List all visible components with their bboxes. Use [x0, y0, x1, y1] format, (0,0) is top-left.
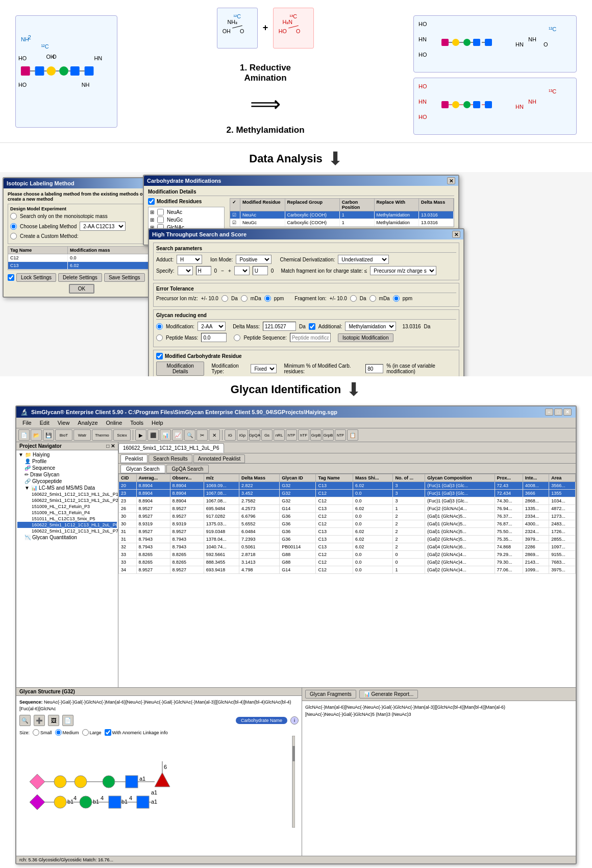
nav-p2[interactable]: 160622_5mix1_1C12_1C13_HL1_2uL_P2 — [17, 497, 117, 503]
nav-lcms[interactable]: ▼ 📊 LC-MS and MS/MS Data — [17, 485, 117, 491]
carb-mod-close-btn[interactable]: ✕ — [447, 177, 455, 184]
delete-settings-btn[interactable]: Delete Settings — [58, 273, 102, 282]
tb-btn5[interactable]: 🔍 — [184, 429, 195, 441]
size-small-radio[interactable] — [33, 729, 39, 736]
table-row[interactable]: 318.95278.9527919.03486.0484G36C136.022(… — [119, 528, 576, 536]
tab-glycan-search[interactable]: Glycan Search — [120, 465, 165, 473]
tb-ntp[interactable]: NTP — [335, 429, 346, 441]
th-cid[interactable]: CID — [119, 474, 137, 482]
ion-mode-select[interactable]: Positive — [236, 255, 272, 264]
maximize-btn[interactable]: □ — [554, 408, 562, 416]
nav-sequence[interactable]: 🧬 Sequence — [17, 465, 117, 471]
th-prox[interactable]: Prox... — [495, 474, 523, 482]
carb-name-btn[interactable]: Carbohydrate Name — [236, 717, 287, 724]
peptide-mass-radio[interactable] — [156, 334, 163, 341]
modified-residues-checkbox[interactable] — [148, 198, 155, 205]
specify-h-input[interactable] — [196, 266, 211, 275]
th-tag-name[interactable]: Tag Name — [316, 474, 353, 482]
frag-mda-radio[interactable] — [369, 295, 376, 302]
close-btn[interactable]: ✕ — [563, 408, 572, 416]
table-row[interactable]: 238.89048.89041067.08...3.452G32C120.03(… — [119, 490, 576, 497]
tb-close[interactable]: ✕ — [209, 429, 220, 441]
tab-peaklist[interactable]: Peaklist — [120, 454, 147, 463]
save-settings-btn[interactable]: Save Settings — [104, 273, 145, 282]
tb-btn4[interactable]: 📈 — [172, 429, 183, 441]
tb-btn2[interactable]: ⬛ — [147, 429, 159, 441]
mod-carb-checkbox[interactable] — [156, 353, 163, 359]
radio-monoisotopic[interactable] — [10, 213, 17, 220]
prec-ppm-radio[interactable] — [264, 295, 271, 302]
size-medium-radio[interactable] — [55, 729, 62, 736]
neugc-checkbox[interactable] — [157, 216, 164, 223]
isotope-mod-btn[interactable]: Isotopic Modification — [338, 333, 393, 342]
table-row[interactable]: 208.89048.89041069.09...2.822G32C136.023… — [119, 482, 576, 490]
isotope-ok-btn[interactable]: OK — [69, 284, 94, 294]
chem-der-select[interactable]: Underivatized — [338, 255, 389, 264]
size-large-radio[interactable] — [82, 729, 89, 736]
modification-radio[interactable] — [156, 323, 163, 330]
tb-more4[interactable]: hTF — [298, 429, 309, 441]
nav-p4[interactable]: 151009_HL_C13_Fetuin_P4 — [17, 510, 117, 516]
menu-edit[interactable]: Edit — [37, 419, 53, 427]
tb-new[interactable]: 📄 — [18, 429, 30, 441]
nav-draw-glycan[interactable]: ✏ Draw Glycan — [17, 471, 117, 478]
peptide-mass-input[interactable] — [201, 333, 227, 342]
tb-open[interactable]: 📂 — [31, 429, 42, 441]
tab-gpqa-search[interactable]: GpQA Search — [166, 465, 209, 473]
image-icon-btn[interactable]: 🖼 — [48, 715, 59, 726]
th-no-of[interactable]: No. of ... — [393, 474, 425, 482]
additional-checkbox[interactable] — [309, 323, 315, 330]
nav-profile[interactable]: 👤 Profile — [17, 458, 117, 465]
tb-thermo[interactable]: Thermo — [92, 429, 112, 441]
mod-type-select[interactable]: Fixed — [251, 364, 277, 373]
mod-details-btn[interactable]: Modification Details — [156, 361, 204, 376]
generate-report-btn[interactable]: 📊 Generate Report... — [359, 690, 418, 698]
size-small-option[interactable]: Small — [33, 729, 52, 736]
info-icon[interactable]: i — [290, 716, 299, 725]
th-mz[interactable]: m/z — [204, 474, 239, 482]
th-composition[interactable]: Glycan Composition — [425, 474, 495, 482]
tb-gpqa[interactable]: GpQA — [249, 429, 260, 441]
match-select[interactable]: Precursor m/z charge state — [370, 266, 436, 275]
tb-biotools2[interactable]: Watr — [73, 429, 91, 441]
frag-ppm-radio[interactable] — [393, 295, 400, 302]
table-row[interactable]: 348.95278.9527693.94184.798G14C120.01(Ga… — [119, 566, 576, 574]
table-row[interactable]: 338.82658.8265888.34553.1413G88C120.00(G… — [119, 559, 576, 566]
menu-tools[interactable]: Tools — [127, 419, 146, 427]
th-avg[interactable]: Averag... — [136, 474, 170, 482]
table-row[interactable]: 308.95278.9527917.02826.6796G36C120.02(G… — [119, 513, 576, 520]
frag-da-radio[interactable] — [350, 295, 357, 302]
tb-iGp[interactable]: iGp — [237, 429, 248, 441]
tb-save[interactable]: 💾 — [43, 429, 54, 441]
radio-custom[interactable] — [10, 233, 17, 239]
tb-btn1[interactable]: ▶ — [135, 429, 146, 441]
radio-choose-method[interactable] — [10, 223, 17, 230]
prec-mda-radio[interactable] — [241, 295, 248, 302]
tb-sciex[interactable]: Sciex — [113, 429, 131, 441]
table-row[interactable]: 268.95278.9527695.94844.2573G14C136.021(… — [119, 505, 576, 513]
tab-annotated-peaklist[interactable]: Annotated Peaklist — [193, 454, 245, 463]
labeling-method-select[interactable]: 2-AA C12C13 — [80, 222, 126, 231]
tb-grpb[interactable]: GrpB — [310, 429, 322, 441]
tb-report[interactable]: 📋 — [347, 429, 358, 441]
add-icon-btn[interactable]: ➕ — [34, 715, 45, 726]
prec-da-radio[interactable] — [221, 295, 228, 302]
table-row[interactable]: 338.82658.8265592.56612.8718G88C120.00(G… — [119, 551, 576, 559]
minimize-btn[interactable]: − — [545, 408, 553, 416]
mod-select[interactable]: 2-AA — [198, 322, 226, 331]
tb-biotools1[interactable]: BioT — [55, 429, 72, 441]
tb-btn6[interactable]: ✂ — [196, 429, 208, 441]
tb-more1[interactable]: Gs — [261, 429, 273, 441]
glycan-fragments-btn[interactable]: Glycan Fragments — [305, 690, 356, 698]
anomeric-option[interactable]: With Anomeric Linkage info — [105, 729, 168, 736]
nav-haiying[interactable]: ▼ 📁 Haiying — [17, 451, 117, 458]
min-pct-input[interactable] — [365, 364, 383, 373]
nav-p6[interactable]: 160622_5mix1_1C12_1C13_HL1_2uL_P6 — [17, 522, 117, 528]
table-row[interactable]: 318.79438.79431378.04...7.2393G36C136.02… — [119, 536, 576, 543]
tb-more3[interactable]: hTP — [286, 429, 297, 441]
tb-btn3[interactable]: 📊 — [160, 429, 171, 441]
neuac-checkbox[interactable] — [157, 209, 164, 215]
size-large-option[interactable]: Large — [82, 729, 102, 736]
menu-analyze[interactable]: Analyze — [75, 419, 101, 427]
table-row[interactable]: 238.89048.89041067.08...2.7582G32C120.03… — [119, 497, 576, 505]
